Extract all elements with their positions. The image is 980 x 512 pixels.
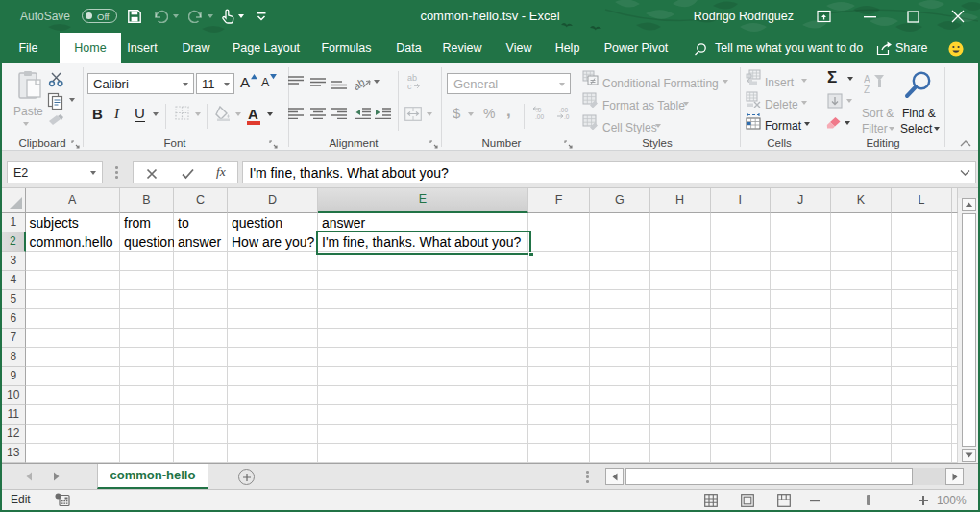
active-cell-selection[interactable] (316, 231, 531, 255)
format-dropdown-icon[interactable] (804, 122, 810, 126)
column-header-L[interactable]: L (892, 188, 952, 213)
column-header-G[interactable]: G (590, 188, 650, 213)
tab-power-pivot[interactable]: Power Pivot (598, 33, 674, 63)
italic-button[interactable]: I (114, 106, 119, 122)
tab-review[interactable]: Review (440, 33, 484, 63)
font-dialog-launcher-icon[interactable] (269, 140, 278, 149)
sheet-nav-left-icon[interactable] (25, 472, 33, 481)
row-header-10[interactable]: 10 (2, 386, 26, 405)
hscroll-right-button[interactable] (945, 468, 964, 485)
user-name[interactable]: Rodrigo Rodriguez (694, 0, 794, 33)
insert-cells-button[interactable]: Insert (765, 76, 794, 89)
sort-filter-label-line1[interactable]: Sort & (862, 107, 894, 120)
tab-home[interactable]: Home (60, 33, 121, 63)
tab-view[interactable]: View (496, 33, 542, 63)
merge-center-icon[interactable] (404, 107, 422, 121)
zoom-slider-handle[interactable] (867, 495, 870, 505)
clear-dropdown-icon[interactable] (845, 121, 850, 125)
share-button[interactable]: Share (895, 33, 927, 63)
column-header-C[interactable]: C (174, 188, 228, 213)
fill-handle[interactable] (528, 252, 534, 257)
underline-button[interactable]: U (135, 106, 145, 122)
delete-dropdown-icon[interactable] (801, 101, 807, 105)
clipboard-dialog-launcher-icon[interactable] (71, 140, 80, 149)
column-header-I[interactable]: I (711, 188, 772, 213)
fill-color-icon[interactable] (215, 106, 232, 121)
increase-font-size-button[interactable]: A (240, 74, 250, 90)
clear-icon[interactable] (826, 116, 841, 129)
row-header-13[interactable]: 13 (2, 444, 26, 463)
font-size-combobox[interactable]: 11 (196, 73, 234, 94)
alignment-dialog-launcher-icon[interactable] (429, 140, 438, 149)
tab-draw[interactable]: Draw (175, 33, 217, 63)
cell-styles-icon[interactable] (582, 114, 599, 130)
vertical-scroll-thumb[interactable] (962, 213, 976, 447)
paste-label[interactable]: Paste (13, 105, 40, 118)
comma-style-button[interactable]: , (506, 102, 511, 121)
cell-B2[interactable]: question (120, 232, 174, 252)
cancel-icon[interactable] (146, 168, 158, 180)
formula-input[interactable]: I'm fine, thanks. What about you? (242, 161, 976, 183)
conditional-formatting-button[interactable]: Conditional Formatting (602, 77, 719, 90)
cell-C1[interactable]: to (174, 213, 228, 232)
page-layout-view-icon[interactable] (741, 494, 754, 507)
delete-cells-button[interactable]: Delete (765, 98, 798, 111)
expand-formula-bar-icon[interactable] (960, 169, 970, 177)
borders-dropdown-icon[interactable] (195, 112, 201, 116)
align-left-icon[interactable] (288, 108, 304, 119)
conditional-formatting-icon[interactable] (582, 70, 599, 85)
decrease-indent-icon[interactable] (355, 108, 371, 119)
column-header-J[interactable]: J (771, 188, 831, 213)
number-dialog-launcher-icon[interactable] (564, 140, 573, 149)
find-select-icon[interactable] (902, 70, 935, 99)
sort-filter-icon[interactable]: A Z (864, 73, 891, 96)
cell-styles-button[interactable]: Cell Styles (602, 121, 657, 134)
new-sheet-button[interactable] (238, 469, 255, 485)
tab-page-layout[interactable]: Page Layout (229, 33, 304, 63)
format-painter-icon[interactable] (47, 113, 64, 128)
conditional-formatting-dropdown-icon[interactable] (723, 80, 728, 84)
column-header-H[interactable]: H (650, 188, 711, 213)
insert-function-icon[interactable]: fx (216, 164, 226, 180)
hscroll-track[interactable] (913, 468, 945, 485)
cell-A1[interactable]: subjects (26, 213, 121, 232)
percent-style-button[interactable]: % (483, 106, 495, 121)
maximize-button[interactable] (898, 0, 927, 33)
center-icon[interactable] (310, 108, 326, 119)
wrap-text-icon[interactable]: ab c (407, 73, 423, 91)
bold-button[interactable]: B (92, 106, 103, 122)
row-header-6[interactable]: 6 (2, 309, 26, 329)
vertical-scrollbar[interactable] (958, 198, 978, 463)
tab-scrollbar-splitter[interactable] (586, 471, 589, 483)
orientation-dropdown-icon[interactable] (374, 80, 380, 84)
feedback-smiley-icon[interactable] (948, 41, 964, 57)
zoom-out-icon[interactable] (810, 500, 820, 502)
cell-styles-dropdown-icon[interactable] (655, 124, 661, 128)
column-header-A[interactable]: A (26, 188, 121, 213)
row-header-12[interactable]: 12 (2, 425, 26, 444)
tab-insert[interactable]: Insert (121, 33, 163, 63)
decrease-font-size-button[interactable]: A (261, 76, 269, 89)
find-select-label-line1[interactable]: Find & (902, 107, 936, 120)
column-header-K[interactable]: K (831, 188, 892, 213)
sheet-tab-common-hello[interactable]: common-hello (97, 464, 208, 489)
tab-file[interactable]: File (8, 33, 49, 63)
row-header-5[interactable]: 5 (2, 290, 26, 309)
column-header-B[interactable]: B (120, 188, 174, 213)
sheet-nav-right-icon[interactable] (53, 472, 61, 481)
cell-A2[interactable]: common.hello (26, 232, 121, 252)
collapse-ribbon-icon[interactable] (960, 139, 971, 147)
top-align-icon[interactable] (288, 76, 304, 87)
find-select-dropdown-icon[interactable] (934, 127, 940, 131)
insert-dropdown-icon[interactable] (801, 79, 807, 83)
tab-help[interactable]: Help (546, 33, 589, 63)
column-header-E[interactable]: E (318, 188, 528, 213)
row-header-7[interactable]: 7 (2, 329, 26, 348)
increase-decimal-icon[interactable]: .0.00 (532, 106, 549, 120)
bottom-align-icon[interactable] (331, 81, 347, 92)
row-header-8[interactable]: 8 (2, 348, 26, 367)
format-cells-button[interactable]: Format (765, 119, 801, 133)
copy-icon[interactable] (47, 92, 64, 110)
increase-indent-icon[interactable] (375, 108, 391, 119)
column-header-F[interactable]: F (528, 188, 590, 213)
